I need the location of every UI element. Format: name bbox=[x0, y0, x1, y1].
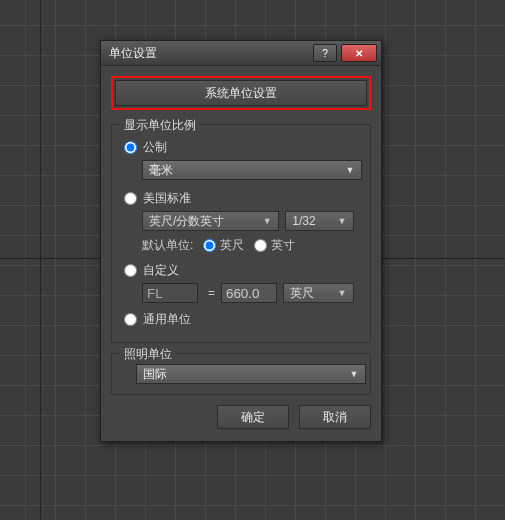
us-label: 美国标准 bbox=[143, 190, 191, 207]
system-unit-setup-button[interactable]: 系统单位设置 bbox=[115, 80, 367, 106]
us-format-value: 英尺/分数英寸 bbox=[149, 213, 224, 230]
window-title: 单位设置 bbox=[109, 45, 309, 62]
lighting-unit-select[interactable]: 国际 ▼ bbox=[136, 364, 366, 384]
lighting-unit-group: 照明单位 国际 ▼ bbox=[111, 353, 371, 395]
inch-label: 英寸 bbox=[271, 237, 295, 254]
lighting-unit-legend: 照明单位 bbox=[120, 346, 176, 363]
inch-option[interactable]: 英寸 bbox=[254, 237, 295, 254]
feet-radio[interactable] bbox=[203, 239, 216, 252]
custom-row: = 英尺 ▼ bbox=[142, 283, 360, 303]
custom-value-input[interactable] bbox=[221, 283, 277, 303]
ok-button[interactable]: 确定 bbox=[217, 405, 289, 429]
system-unit-highlight: 系统单位设置 bbox=[111, 76, 371, 110]
default-unit-label: 默认单位: bbox=[142, 237, 193, 254]
generic-label: 通用单位 bbox=[143, 311, 191, 328]
chevron-down-icon: ▼ bbox=[335, 216, 349, 226]
generic-option[interactable]: 通用单位 bbox=[122, 311, 360, 328]
cancel-button[interactable]: 取消 bbox=[299, 405, 371, 429]
metric-unit-value: 毫米 bbox=[149, 162, 173, 179]
units-setup-dialog: 单位设置 ? ✕ 系统单位设置 显示单位比例 公制 毫米 ▼ 美国标准 bbox=[100, 40, 382, 442]
us-row: 英尺/分数英寸 ▼ 1/32 ▼ bbox=[142, 211, 360, 231]
metric-option[interactable]: 公制 bbox=[122, 139, 360, 156]
custom-prefix-input[interactable] bbox=[142, 283, 198, 303]
custom-unit-select[interactable]: 英尺 ▼ bbox=[283, 283, 354, 303]
inch-radio[interactable] bbox=[254, 239, 267, 252]
us-option[interactable]: 美国标准 bbox=[122, 190, 360, 207]
dialog-buttons: 确定 取消 bbox=[111, 405, 371, 429]
custom-label: 自定义 bbox=[143, 262, 179, 279]
us-radio[interactable] bbox=[124, 192, 137, 205]
dialog-body: 系统单位设置 显示单位比例 公制 毫米 ▼ 美国标准 英尺/分数英寸 bbox=[101, 66, 381, 441]
us-format-select[interactable]: 英尺/分数英寸 ▼ bbox=[142, 211, 279, 231]
chevron-down-icon: ▼ bbox=[335, 288, 349, 298]
titlebar[interactable]: 单位设置 ? ✕ bbox=[101, 41, 381, 66]
viewport-vertical bbox=[40, 0, 41, 520]
default-unit-row: 默认单位: 英尺 英寸 bbox=[142, 237, 360, 254]
close-button[interactable]: ✕ bbox=[341, 44, 377, 62]
chevron-down-icon: ▼ bbox=[343, 165, 357, 175]
custom-option[interactable]: 自定义 bbox=[122, 262, 360, 279]
us-fraction-value: 1/32 bbox=[292, 214, 315, 228]
custom-radio[interactable] bbox=[124, 264, 137, 277]
custom-unit-value: 英尺 bbox=[290, 285, 314, 302]
generic-radio[interactable] bbox=[124, 313, 137, 326]
display-unit-legend: 显示单位比例 bbox=[120, 117, 200, 134]
us-fraction-select[interactable]: 1/32 ▼ bbox=[285, 211, 354, 231]
metric-radio[interactable] bbox=[124, 141, 137, 154]
display-unit-group: 显示单位比例 公制 毫米 ▼ 美国标准 英尺/分数英寸 ▼ bbox=[111, 124, 371, 343]
chevron-down-icon: ▼ bbox=[260, 216, 274, 226]
feet-option[interactable]: 英尺 bbox=[203, 237, 244, 254]
feet-label: 英尺 bbox=[220, 237, 244, 254]
metric-unit-select[interactable]: 毫米 ▼ bbox=[142, 160, 362, 180]
chevron-down-icon: ▼ bbox=[347, 369, 361, 379]
lighting-unit-value: 国际 bbox=[143, 366, 167, 383]
help-button[interactable]: ? bbox=[313, 44, 337, 62]
metric-label: 公制 bbox=[143, 139, 167, 156]
equals-label: = bbox=[208, 286, 215, 300]
